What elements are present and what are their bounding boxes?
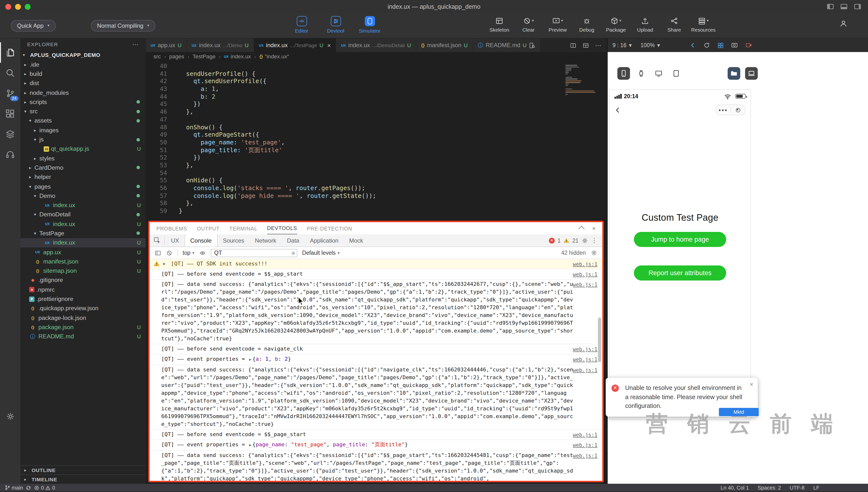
simulator-screen[interactable]: 20:14 ●●● Custom Test Page	[609, 90, 751, 420]
close-icon[interactable]: ×	[327, 42, 331, 49]
screenshot-icon[interactable]	[731, 42, 738, 49]
zoom-select[interactable]: 100% ▾	[640, 42, 660, 49]
status-spaces-2[interactable]: Spaces: 2	[758, 485, 781, 491]
package-button[interactable]: ▾Package	[602, 17, 630, 32]
activity-layers-button[interactable]	[0, 124, 20, 144]
devtools-tab-ux[interactable]: UX	[166, 234, 184, 246]
close-panel-icon[interactable]: ×	[592, 225, 596, 232]
source-link[interactable]: web.js:1	[573, 345, 598, 353]
tree-item-package-json[interactable]: {}package.jsonU	[20, 323, 146, 332]
tree-item-app-ux[interactable]: UXapp.uxU	[20, 247, 146, 257]
tree-item-index-ux[interactable]: UXindex.uxU	[20, 200, 146, 210]
warning-count[interactable]: 21	[572, 238, 579, 243]
source-link[interactable]: web.js:1	[573, 366, 598, 374]
devtools-tab-application[interactable]: Application	[305, 234, 344, 246]
project-root-folder[interactable]: ▾ APLUS_QUICKAPP_DEMO	[20, 50, 146, 60]
console-message-5[interactable]: [QT] —— event properties = ▶{a: 1, b: 2}…	[150, 354, 602, 365]
console-message-1[interactable]: ▶[QT] —— QT SDK init success!!!web.js:1	[150, 259, 602, 269]
panel-tab-devtools[interactable]: DEVTOOLS	[267, 222, 297, 234]
breadcrumb-item-testpage[interactable]: TestPage	[192, 53, 215, 59]
activity-headset-button[interactable]	[0, 144, 20, 165]
inspect-icon[interactable]	[150, 237, 164, 244]
mode-editor-button[interactable]: </>Editor	[289, 16, 315, 33]
tree-item-images[interactable]: ▸images	[20, 125, 146, 135]
compile-mode-select[interactable]: Normal Compiling ▾	[90, 20, 155, 31]
status-ln-40-col-1[interactable]: Ln 40, Col 1	[720, 485, 749, 491]
tree-item-pages[interactable]: ▾pages	[20, 182, 146, 191]
skeleton-button[interactable]: Skeleton	[486, 17, 513, 32]
error-count[interactable]: 1	[558, 238, 561, 243]
console-output[interactable]: ▶[QT] —— QT SDK init success!!!web.js:1[…	[150, 259, 602, 481]
tree-item-qt-quickapp-js[interactable]: JSqt_quickapp.jsU	[20, 144, 146, 154]
clear-console-icon[interactable]	[166, 250, 173, 256]
console-message-6[interactable]: [QT] —— data send success: {"analytics":…	[150, 365, 602, 429]
layout-sidebar-left-icon[interactable]	[827, 3, 834, 10]
debug-button[interactable]: Debug	[573, 17, 600, 32]
tree-item-index-ux[interactable]: UXindex.uxU	[20, 238, 146, 247]
activity-search-button[interactable]	[0, 63, 20, 83]
panel-tab-terminal[interactable]: TERMINAL	[229, 222, 258, 234]
log-levels-select[interactable]: Default levels ▾	[302, 250, 340, 256]
context-select[interactable]: top ▾	[183, 250, 194, 256]
panel-tab-problems[interactable]: PROBLEMS	[156, 222, 187, 234]
tree-item-build[interactable]: ▸build	[20, 69, 146, 79]
source-link[interactable]: web.js:1	[573, 280, 598, 288]
layout-grid-icon[interactable]	[582, 42, 589, 48]
close-window-button[interactable]	[5, 4, 11, 9]
device-tablet-button[interactable]	[670, 67, 682, 80]
tree-item-demodetail[interactable]: ▾DemoDetail	[20, 210, 146, 220]
devtools-tab-mock[interactable]: Mock	[344, 234, 368, 246]
panel-tab-output[interactable]: OUTPUT	[197, 222, 219, 234]
tree-item-package-lock-json[interactable]: {}package-lock.json	[20, 313, 146, 323]
sim-button-report-user-attributes[interactable]: Report user attributes	[634, 266, 726, 280]
close-app-icon[interactable]	[731, 108, 745, 112]
chevron-up-icon[interactable]	[578, 226, 584, 232]
problems-indicator[interactable]: 0 0	[34, 485, 55, 491]
tree-item-gitignore[interactable]: ◆.gitignore	[20, 276, 146, 285]
eye-icon[interactable]	[199, 250, 206, 256]
device-phone-button[interactable]	[617, 67, 630, 80]
tree-item-demo[interactable]: ▾Demo	[20, 191, 146, 200]
tab-index-ux-1[interactable]: UXindex.ux.../DemoU	[187, 39, 254, 52]
minimap[interactable]	[565, 63, 600, 97]
refresh-icon[interactable]	[703, 42, 710, 49]
tab-readme-md-5[interactable]: ⓘREADME.mdU	[473, 39, 541, 52]
device-tv-button[interactable]	[652, 67, 665, 80]
account-icon[interactable]	[839, 20, 848, 28]
project-select[interactable]: Quick App ▾	[11, 20, 56, 31]
activity-scm-button[interactable]: 24	[0, 83, 20, 103]
record-icon[interactable]	[745, 42, 753, 49]
breadcrumb-item-index-ux[interactable]: UXindex.ux	[224, 53, 251, 59]
panel-tab-pre-detection[interactable]: PRE-DETECTION	[307, 222, 352, 234]
back-icon[interactable]	[614, 106, 621, 114]
mode-simulator-button[interactable]: Simulator	[357, 16, 383, 33]
breadcrumb-item-src[interactable]: src	[154, 53, 161, 59]
maximize-window-button[interactable]	[25, 4, 31, 9]
folder-panel-button[interactable]	[728, 67, 740, 80]
layout-sidebar-right-icon[interactable]	[854, 3, 861, 10]
tree-item-node-modules[interactable]: ▸node_modules	[20, 88, 146, 97]
sim-button-jump-to-home-page[interactable]: Jump to home page	[634, 232, 726, 247]
devtools-tab-console[interactable]: Console	[184, 234, 217, 246]
source-link[interactable]: web.js:1	[573, 431, 598, 439]
console-message-4[interactable]: [QT] —— before send eventcode = navigate…	[150, 344, 602, 354]
split-editor-icon[interactable]	[570, 42, 577, 48]
tree-item-quickapp-preview-json[interactable]: {}.quickapp.preview.json	[20, 303, 146, 313]
clear-filter-icon[interactable]: ⊗	[291, 250, 295, 255]
console-sidebar-icon[interactable]	[155, 250, 161, 256]
activity-extensions-button[interactable]	[0, 103, 20, 124]
back-icon[interactable]	[689, 42, 696, 49]
close-notification-icon[interactable]: ×	[750, 380, 753, 389]
expand-icon[interactable]: ▶	[163, 260, 166, 268]
tree-item-js[interactable]: ▾js	[20, 135, 146, 144]
console-settings-icon[interactable]	[590, 249, 598, 256]
status-lf[interactable]: LF	[813, 485, 819, 491]
activity-files-button[interactable]	[0, 42, 20, 63]
section-outline[interactable]: ▸OUTLINE	[20, 465, 146, 474]
tree-item-styles[interactable]: ▸styles	[20, 154, 146, 163]
mode-devtool-button[interactable]: Devtool	[322, 16, 349, 33]
source-link[interactable]: web.js:1	[573, 452, 598, 460]
tree-item-readme-md[interactable]: ⓘREADME.mdU	[20, 332, 146, 341]
sync-icon[interactable]	[26, 485, 31, 490]
tree-item-src[interactable]: ▾src	[20, 107, 146, 116]
